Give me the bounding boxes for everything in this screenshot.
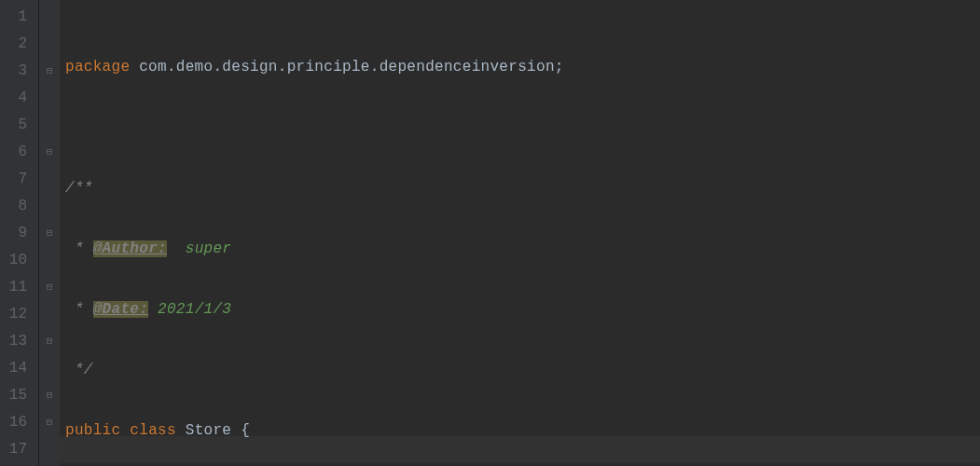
line-number: 7	[7, 166, 27, 193]
line-number: 15	[7, 382, 27, 409]
comment: */	[65, 362, 93, 378]
keyword: package	[65, 59, 130, 75]
fold-marker[interactable]	[39, 301, 60, 328]
code-line[interactable]: package com.demo.design.principle.depend…	[65, 54, 980, 81]
line-number: 14	[7, 355, 27, 382]
line-number: 6	[7, 139, 27, 166]
keyword: class	[130, 422, 176, 439]
brace: {	[231, 422, 250, 439]
class-name: Store	[186, 422, 232, 439]
package-path: com.demo.design.principle.dependenceinve…	[130, 59, 563, 75]
comment: *	[65, 301, 93, 318]
line-number: 12	[7, 301, 27, 328]
fold-marker[interactable]: ⊟	[39, 220, 60, 247]
code-editor: 1 2 3 4 5 6 7 8 9 10 11 12 13 14 15 16 1…	[0, 0, 980, 466]
comment: *	[65, 240, 93, 257]
comment-value: super	[167, 240, 231, 257]
code-line[interactable]: /**	[65, 175, 980, 202]
line-number: 16	[7, 409, 27, 436]
line-number: 4	[7, 85, 27, 112]
line-number-gutter: 1 2 3 4 5 6 7 8 9 10 11 12 13 14 15 16 1…	[0, 0, 39, 466]
keyword: public	[65, 422, 120, 439]
code-line[interactable]: * @Date: 2021/1/3	[65, 296, 980, 323]
fold-marker[interactable]	[39, 436, 60, 463]
fold-marker[interactable]: ⊟	[39, 274, 60, 301]
fold-marker[interactable]: ⊟	[39, 328, 60, 355]
javadoc-tag: @Author:	[93, 240, 167, 257]
code-line[interactable]: * @Author: super	[65, 236, 980, 263]
fold-marker[interactable]	[39, 193, 60, 220]
fold-gutter: ⊟ ⊟ ⊟ ⊟ ⊟ ⊟ ⊟	[39, 0, 60, 466]
code-line[interactable]	[65, 115, 980, 142]
fold-marker[interactable]	[39, 4, 60, 31]
line-number: 2	[7, 31, 27, 58]
fold-marker[interactable]	[39, 85, 60, 112]
fold-marker[interactable]	[39, 247, 60, 274]
line-number: 3	[7, 58, 27, 85]
fold-marker[interactable]	[39, 166, 60, 193]
line-number: 10	[7, 247, 27, 274]
javadoc-tag: @Date:	[93, 301, 148, 318]
fold-marker[interactable]: ⊟	[39, 139, 60, 166]
fold-marker[interactable]	[39, 31, 60, 58]
line-number: 5	[7, 112, 27, 139]
fold-marker[interactable]: ⊟	[39, 58, 60, 85]
fold-marker[interactable]: ⊟	[39, 382, 60, 409]
line-number: 8	[7, 193, 27, 220]
fold-marker[interactable]	[39, 355, 60, 382]
line-number: 11	[7, 274, 27, 301]
line-number: 1	[7, 4, 27, 31]
code-line[interactable]: public class Store {	[65, 418, 980, 445]
code-area[interactable]: package com.demo.design.principle.depend…	[60, 0, 980, 466]
fold-marker[interactable]: ⊟	[39, 409, 60, 436]
line-number: 9	[7, 220, 27, 247]
comment-value: 2021/1/3	[148, 301, 231, 318]
line-number: 13	[7, 328, 27, 355]
comment: /**	[65, 180, 93, 197]
line-number: 17	[7, 436, 27, 463]
fold-marker[interactable]	[39, 112, 60, 139]
code-line[interactable]: */	[65, 357, 980, 384]
